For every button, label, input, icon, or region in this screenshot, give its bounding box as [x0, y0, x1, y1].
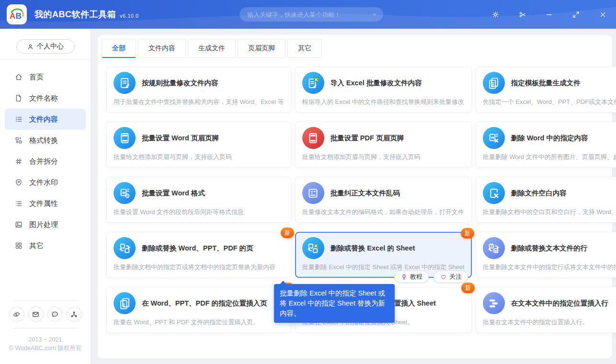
close-icon — [599, 11, 607, 19]
sidebar-item-other[interactable]: 其它 — [5, 235, 86, 256]
svg-text:A: A — [10, 11, 15, 21]
tab-all[interactable]: 全部 — [102, 39, 136, 58]
browser-icon: e — [12, 310, 21, 318]
tab-generate-file[interactable]: 生成文件 — [188, 39, 236, 58]
word-delete-icon: W — [483, 127, 505, 149]
card-title: 删除文件空白内容 — [511, 187, 567, 199]
page-hf-icon — [114, 127, 136, 149]
sidebar-item-file-attributes[interactable]: 文件属性 — [5, 193, 86, 214]
feature-card-replace-doc-pages[interactable]: 新删除或替换 Word、PPT、PDF 的页批量删除文档中的指定页或将文档中的指… — [106, 232, 291, 278]
sidebar-item-home[interactable]: 首页 — [5, 67, 86, 88]
docs-hash-icon: # — [114, 292, 136, 314]
new-badge: 新 — [461, 228, 474, 239]
docs-stack-icon — [483, 72, 505, 94]
sidebar-item-file-name[interactable]: 文件名称 — [5, 88, 86, 109]
card-title: 在文本文件中的指定位置插入行 — [511, 297, 608, 309]
sidebar-item-image-processing[interactable]: 图片处理 — [5, 214, 86, 235]
word-gear-icon: W — [114, 182, 136, 204]
sidebar-item-file-content[interactable]: 文件内容 — [5, 109, 86, 130]
sidebar-item-merge-split[interactable]: 合并拆分 — [5, 151, 86, 172]
feature-card-replace-excel-sheet[interactable]: 新删除或替换 Excel 的 Sheet批量删除 Excel 中的指定 Shee… — [295, 232, 472, 278]
tab-label: 文件内容 — [148, 44, 175, 53]
card-description: 批量删除 Word 文件中的所有图片、页眉页脚、超链接等内容 — [483, 153, 616, 161]
feature-card-word-header-footer[interactable]: 批量设置 Word 页眉页脚批量给文档添加页眉与页脚，支持嵌入页码 — [106, 122, 291, 168]
follow-button[interactable]: 关注 — [433, 271, 468, 283]
feature-card-delete-blank-content[interactable]: 删除文件空白内容批量删除文档中的空白页和空白行，支持 Word、Excel、等 — [476, 177, 616, 223]
card-description: 批量删除文档中的指定页或将文档中的指定页替换为新内容 — [114, 263, 284, 272]
image-icon — [14, 220, 23, 229]
list-icon — [14, 199, 23, 208]
feature-card-replace-text-lines[interactable]: 新T删除或替换文本文件的行批量删除文本文件中的指定行或将文本文件中的指定行替换 — [476, 232, 616, 278]
settings-button[interactable] — [488, 7, 502, 22]
minimize-icon — [545, 11, 553, 19]
sidebar-item-format-convert[interactable]: 格式转换 — [5, 130, 86, 151]
feature-card-modify-by-rule[interactable]: 按规则批量修改文件内容用于批量在文件中查找并替换相关内容，支持 Word、Exc… — [106, 67, 291, 113]
sidebar-item-label: 图片处理 — [29, 220, 58, 229]
feature-card-delete-word-content[interactable]: W删除 Word 中的指定内容批量删除 Word 文件中的所有图片、页眉页脚、超… — [476, 122, 616, 168]
feature-card-template-generate[interactable]: 指定模板批量生成文件先指定一个 Excel、Word、PPT、PDF或文本文件作… — [476, 67, 616, 113]
feature-card-insert-doc-pages[interactable]: 新#在 Word、PPT、PDF 的指定位置插入页批量在 Word、PPT 和 … — [106, 287, 291, 333]
profile-center-button[interactable]: 个人中心 — [16, 39, 75, 54]
search-box[interactable] — [240, 7, 383, 22]
sidebar-item-label: 其它 — [29, 241, 44, 250]
maximize-icon — [572, 11, 580, 19]
boss-key-button[interactable] — [515, 7, 529, 22]
swap-excel-icon — [302, 237, 324, 259]
tab-other[interactable]: 其它 — [287, 39, 322, 58]
card-title: 删除或替换 Word、PPT、PDF 的页 — [142, 242, 253, 254]
tab-file-content[interactable]: 文件内容 — [138, 39, 186, 58]
card-head: T删除或替换文本文件的行 — [483, 237, 616, 259]
tooltip: 批量删除 Excel 中的指定 Sheet 或将 Excel 中的指定 Shee… — [274, 284, 395, 323]
sidebar-item-label: 文件属性 — [29, 199, 58, 208]
minimize-button[interactable] — [542, 7, 556, 22]
feature-card-word-format[interactable]: W批量设置 Word 格式批量设置 Word 文件的段前段后间距等格式信息 — [106, 177, 291, 223]
rows-icon — [483, 292, 505, 314]
card-head: 在文本文件中的指定位置插入行 — [483, 292, 616, 314]
svg-text:W: W — [122, 190, 125, 194]
card-title: 删除或替换 Excel 的 Sheet — [331, 242, 415, 254]
copyright-years: 2013 ~ 2021 — [0, 335, 91, 344]
sidebar-item-watermark[interactable]: 文件水印 — [5, 172, 86, 193]
svg-text:W: W — [491, 135, 495, 139]
card-description: 批量删除文本文件中的指定行或将文本文件中的指定行替换 — [483, 263, 616, 272]
close-button[interactable] — [595, 7, 610, 22]
app-title: 我的ABC软件工具箱 v6.10.0 — [34, 0, 139, 29]
mail-button[interactable] — [28, 307, 44, 322]
sidebar-item-label: 格式转换 — [29, 136, 58, 145]
card-title: 批量设置 Word 格式 — [142, 187, 205, 199]
feature-card-import-excel-modify[interactable]: 导入 Excel 批量修改文件内容根据导入的 Excel 中的文件路径和查找替换… — [295, 67, 472, 113]
new-badge: 新 — [281, 228, 294, 238]
social-links: e — [0, 307, 91, 322]
svg-text:T: T — [491, 244, 493, 248]
title-bar: A B 我的ABC软件工具箱 v6.10.0 — [0, 0, 616, 29]
category-tabs: 全部文件内容生成文件页眉页脚其它 — [98, 35, 612, 58]
copyright-text: © WodeABC.com 版权所有 — [0, 344, 91, 353]
chat-icon — [51, 310, 59, 318]
browser-button[interactable]: e — [9, 307, 24, 322]
share-button[interactable] — [67, 307, 82, 322]
sidebar-divider — [13, 328, 77, 329]
sidebar-item-label: 文件内容 — [29, 115, 58, 124]
sidebar-item-label: 合并拆分 — [29, 157, 58, 166]
feature-card-fix-text-encoding[interactable]: T批量纠正文本文件乱码批量修改文本文件的编码格式，如果自动处理后，打开文件 — [295, 177, 472, 223]
chat-button[interactable] — [47, 307, 63, 322]
sidebar-item-label: 首页 — [29, 73, 44, 82]
chevron-down-icon[interactable] — [371, 11, 378, 18]
feature-card-insert-text-lines[interactable]: 新在文本文件中的指定位置插入行批量在文本文件中的指定位置插入行。 — [476, 287, 616, 333]
maximize-button[interactable] — [569, 7, 583, 22]
card-title: 导入 Excel 批量修改文件内容 — [331, 77, 422, 89]
search-input[interactable] — [240, 11, 371, 18]
lightbulb-icon — [400, 273, 408, 281]
feature-card-pdf-header-footer[interactable]: 批量设置 PDF 页眉页脚批量给文档添加页眉与页脚，支持嵌入页码 — [295, 122, 472, 168]
tutorial-button[interactable]: 教程 — [394, 271, 429, 283]
tab-header-footer[interactable]: 页眉页脚 — [238, 39, 285, 58]
card-head: 批量设置 PDF 页眉页脚 — [302, 127, 465, 149]
convert-icon — [14, 136, 23, 145]
swap-icon — [114, 237, 136, 259]
window-controls — [488, 0, 610, 29]
main-area: 全部文件内容生成文件页眉页脚其它 按规则批量修改文件内容用于批量在文件中查找并替… — [91, 29, 616, 364]
card-head: W删除 Word 中的指定内容 — [483, 127, 616, 149]
card-title: 指定模板批量生成文件 — [511, 77, 581, 89]
home-icon — [14, 73, 23, 81]
app-version: v6.10.0 — [120, 13, 139, 19]
